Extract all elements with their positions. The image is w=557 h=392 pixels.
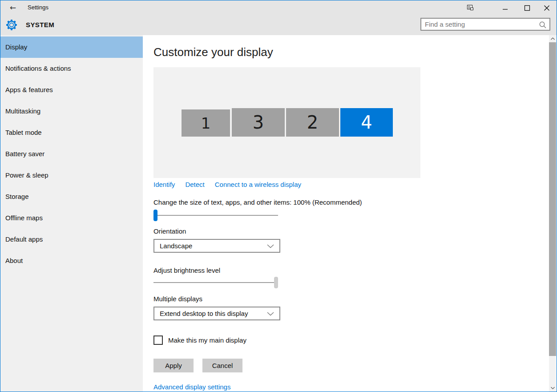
window-preview-icon: [467, 4, 474, 11]
sidebar-item-label: Display: [5, 43, 27, 51]
window-preview-button[interactable]: [465, 3, 475, 12]
slider-track[interactable]: [153, 282, 278, 283]
orientation-select[interactable]: Landscape: [153, 239, 280, 253]
orientation-label: Orientation: [153, 227, 186, 235]
monitor-number: 1: [201, 114, 211, 132]
sidebar-item-notifications-actions[interactable]: Notifications & actions: [0, 58, 143, 79]
scaling-label: Change the size of text, apps, and other…: [153, 198, 362, 206]
monitor-number: 4: [361, 112, 372, 133]
minimize-icon: [502, 5, 508, 11]
monitor-arrangement-panel: 1 3 2 4: [153, 67, 420, 178]
sidebar-list: Display Notifications & actions Apps & f…: [0, 36, 143, 271]
window-chrome: ← Settings: [0, 0, 557, 35]
settings-window: ← Settings: [0, 0, 557, 392]
maximize-icon: [524, 5, 530, 11]
sidebar-item-label: Default apps: [5, 235, 43, 243]
multiple-displays-label: Multiple displays: [153, 295, 202, 303]
chevron-down-icon: [267, 312, 274, 316]
monitor-1[interactable]: 1: [182, 109, 230, 137]
multiple-displays-value: Extend desktop to this display: [160, 307, 248, 319]
chevron-down-icon: [267, 244, 274, 248]
sidebar-item-label: Power & sleep: [5, 171, 48, 179]
sidebar-item-label: Multitasking: [5, 107, 40, 115]
sidebar: Display Notifications & actions Apps & f…: [0, 35, 143, 392]
sidebar-item-label: Storage: [5, 193, 29, 200]
apply-button[interactable]: Apply: [153, 359, 194, 372]
sidebar-item-storage[interactable]: Storage: [0, 186, 143, 207]
monitor-2[interactable]: 2: [286, 108, 339, 137]
scaling-slider[interactable]: [153, 210, 278, 221]
brightness-label: Adjust brightness level: [153, 267, 220, 274]
chevron-down-icon: [551, 387, 555, 389]
scroll-up-button[interactable]: [549, 35, 556, 42]
monitor-4[interactable]: 4: [340, 108, 393, 137]
maximize-button[interactable]: [520, 3, 535, 13]
scrollbar[interactable]: [549, 35, 556, 392]
sidebar-item-display[interactable]: Display: [0, 36, 143, 58]
sidebar-item-power-sleep[interactable]: Power & sleep: [0, 165, 143, 186]
main-display-row: Make this my main display: [153, 335, 246, 345]
brightness-slider-thumb[interactable]: [274, 277, 278, 288]
monitor-number: 3: [253, 112, 264, 133]
monitor-number: 2: [307, 112, 318, 133]
sidebar-item-label: Battery saver: [5, 150, 44, 158]
sidebar-item-offline-maps[interactable]: Offline maps: [0, 207, 143, 229]
monitor-3[interactable]: 3: [232, 108, 285, 137]
display-links: Identify Detect Connect to a wireless di…: [153, 181, 301, 188]
advanced-display-settings-link[interactable]: Advanced display settings: [153, 383, 230, 391]
sidebar-item-about[interactable]: About: [0, 250, 143, 271]
search-input[interactable]: [421, 19, 549, 30]
sidebar-item-label: Notifications & actions: [5, 65, 71, 72]
sidebar-item-multitasking[interactable]: Multitasking: [0, 101, 143, 122]
sidebar-item-label: Offline maps: [5, 214, 43, 222]
back-button[interactable]: ←: [7, 2, 19, 13]
back-arrow-icon: ←: [10, 3, 16, 12]
scaling-slider-thumb[interactable]: [153, 210, 157, 221]
window-title: Settings: [28, 0, 48, 15]
sidebar-item-tablet-mode[interactable]: Tablet mode: [0, 122, 143, 143]
minimize-button[interactable]: [497, 3, 513, 13]
wireless-display-link[interactable]: Connect to a wireless display: [215, 181, 301, 188]
sidebar-item-default-apps[interactable]: Default apps: [0, 229, 143, 250]
close-icon: [544, 5, 550, 11]
settings-gear-icon: [6, 19, 17, 31]
scrollbar-thumb[interactable]: [549, 42, 556, 356]
cancel-button[interactable]: Cancel: [202, 359, 242, 372]
section-title: SYSTEM: [26, 21, 54, 28]
sidebar-item-battery-saver[interactable]: Battery saver: [0, 143, 143, 165]
sidebar-item-label: About: [5, 257, 23, 264]
search-box: [420, 18, 550, 31]
identify-link[interactable]: Identify: [153, 181, 175, 188]
detect-link[interactable]: Detect: [185, 181, 204, 188]
sidebar-item-apps-features[interactable]: Apps & features: [0, 79, 143, 101]
multiple-displays-select[interactable]: Extend desktop to this display: [153, 307, 280, 320]
close-button[interactable]: [539, 3, 554, 13]
sidebar-item-label: Apps & features: [5, 86, 53, 93]
page-title: Customize your display: [153, 45, 273, 59]
scroll-down-button[interactable]: [549, 384, 556, 392]
slider-track[interactable]: [153, 215, 278, 216]
main-display-label: Make this my main display: [168, 336, 246, 344]
magnifier-icon[interactable]: [538, 20, 547, 29]
brightness-slider[interactable]: [153, 277, 278, 288]
main-display-checkbox[interactable]: [153, 335, 163, 345]
chevron-up-icon: [551, 37, 555, 40]
sidebar-item-label: Tablet mode: [5, 129, 42, 136]
orientation-value: Landscape: [160, 240, 192, 252]
